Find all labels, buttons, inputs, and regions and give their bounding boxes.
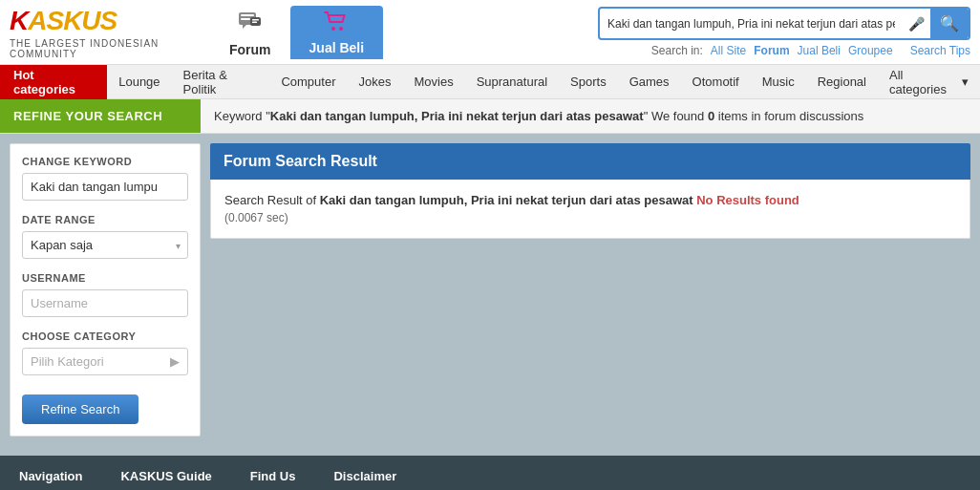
footer-disclaimer-title: Disclaimer <box>333 469 396 483</box>
cat-computer[interactable]: Computer <box>269 65 347 99</box>
cat-berita[interactable]: Berita & Politik <box>172 65 270 99</box>
refine-found-text: We found <box>651 109 704 123</box>
sidebar-username-section: USERNAME <box>22 272 188 317</box>
forum-tab-label: Forum <box>229 42 271 57</box>
sidebar-keyword-section: CHANGE KEYWORD <box>22 156 188 201</box>
footer-findus: Find Us <box>250 469 296 489</box>
refine-count: 0 <box>708 109 714 123</box>
refine-label: REFINE YOUR SEARCH <box>0 99 201 133</box>
jualbeli-icon <box>323 10 350 38</box>
search-button[interactable]: 🔍 <box>930 9 969 38</box>
cat-supranatural[interactable]: Supranatural <box>465 65 559 99</box>
refine-keyword: Kaki dan tangan lumpuh, Pria ini nekat t… <box>270 109 644 123</box>
sidebar: CHANGE KEYWORD DATE RANGE Kapan saja Har… <box>10 143 201 437</box>
sidebar-username-title: USERNAME <box>22 272 188 284</box>
svg-rect-2 <box>241 18 250 20</box>
search-input[interactable] <box>600 11 903 36</box>
svg-marker-3 <box>243 25 246 29</box>
svg-rect-5 <box>252 19 259 21</box>
cat-regional[interactable]: Regional <box>806 65 878 99</box>
forum-icon <box>237 8 264 40</box>
jualbeli-tab-label: Jual Beli <box>309 40 365 55</box>
search-groupee[interactable]: Groupee <box>848 44 893 57</box>
svg-point-7 <box>331 27 335 31</box>
search-area: 🎤 🔍 Search in: All Site Forum Jual Beli … <box>598 7 970 57</box>
cat-music[interactable]: Music <box>751 65 806 99</box>
result-prefix: Search Result of <box>224 193 316 207</box>
results-header: Forum Search Result <box>210 143 970 180</box>
daterange-select[interactable]: Kapan saja Hari ini Minggu ini Bulan ini <box>22 231 188 259</box>
search-tips-link[interactable]: Search Tips <box>910 44 970 57</box>
footer: Navigation KASKUS Guide Find Us Disclaim… <box>0 456 980 490</box>
refine-text: Keyword "Kaki dan tangan lumpuh, Pria in… <box>201 99 980 133</box>
search-allsite[interactable]: All Site <box>711 44 746 57</box>
category-picker-btn[interactable]: Pilih Kategori ▶ <box>22 348 188 375</box>
footer-navigation: Navigation <box>19 469 82 489</box>
search-bar: 🎤 🔍 <box>598 7 970 40</box>
result-text: Search Result of Kaki dan tangan lumpuh,… <box>224 193 956 207</box>
nav-tabs: Forum Jual Beli <box>210 4 383 61</box>
no-results-text: No Results found <box>696 193 799 207</box>
hot-categories-btn[interactable]: Hot categories <box>0 65 107 99</box>
cat-movies[interactable]: Movies <box>402 65 464 99</box>
sidebar-category-section: CHOOSE CATEGORY Pilih Kategori ▶ <box>22 330 188 375</box>
footer-guide: KASKUS Guide <box>120 469 211 489</box>
daterange-select-wrapper: Kapan saja Hari ini Minggu ini Bulan ini… <box>22 231 188 259</box>
forum-tab[interactable]: Forum <box>210 4 290 61</box>
jualbeli-tab[interactable]: Jual Beli <box>290 6 384 59</box>
search-jualbeli[interactable]: Jual Beli <box>798 44 841 57</box>
chevron-down-icon: ▾ <box>962 75 969 89</box>
cat-otomotif[interactable]: Otomotif <box>681 65 751 99</box>
footer-navigation-title: Navigation <box>19 469 82 483</box>
category-bar: Hot categories Lounge Berita & Politik C… <box>0 65 980 99</box>
refine-keyword-prefix: Keyword " <box>214 109 270 123</box>
category-placeholder: Pilih Kategori <box>31 354 104 369</box>
result-time: (0.0067 sec) <box>224 211 956 224</box>
sidebar-keyword-title: CHANGE KEYWORD <box>22 156 188 167</box>
keyword-input[interactable] <box>22 173 188 201</box>
svg-rect-6 <box>252 21 257 23</box>
cat-games[interactable]: Games <box>618 65 681 99</box>
results-body: Search Result of Kaki dan tangan lumpuh,… <box>210 180 970 239</box>
refine-banner: REFINE YOUR SEARCH Keyword "Kaki dan tan… <box>0 99 980 134</box>
search-forum[interactable]: Forum <box>754 44 789 57</box>
logo-area: KASKUS THE LARGEST INDONESIAN COMMUNITY <box>10 6 201 59</box>
refine-search-button[interactable]: Refine Search <box>22 394 138 424</box>
footer-disclaimer: Disclaimer <box>333 469 396 489</box>
logo-subtitle: THE LARGEST INDONESIAN COMMUNITY <box>10 38 201 59</box>
logo[interactable]: KASKUS <box>10 6 201 36</box>
refine-items-text: items in forum discussions <box>718 109 863 123</box>
cat-lounge[interactable]: Lounge <box>107 65 171 99</box>
header: KASKUS THE LARGEST INDONESIAN COMMUNITY … <box>0 0 980 65</box>
search-in-label: Search in: <box>651 44 703 57</box>
category-arrow-icon: ▶ <box>170 354 180 369</box>
search-options: Search in: All Site Forum Jual Beli Grou… <box>651 44 970 57</box>
search-mic-icon[interactable]: 🎤 <box>903 12 930 35</box>
svg-rect-1 <box>241 14 254 16</box>
results-area: Forum Search Result Search Result of Kak… <box>210 143 970 437</box>
footer-findus-title: Find Us <box>250 469 296 483</box>
sidebar-daterange-title: DATE RANGE <box>22 214 188 225</box>
result-keyword: Kaki dan tangan lumpuh, Pria ini nekat t… <box>320 193 693 207</box>
refine-keyword-suffix: " <box>644 109 649 123</box>
footer-guide-title: KASKUS Guide <box>120 469 211 483</box>
main-content: CHANGE KEYWORD DATE RANGE Kapan saja Har… <box>0 134 980 446</box>
svg-point-8 <box>339 27 343 31</box>
cat-jokes[interactable]: Jokes <box>348 65 403 99</box>
sidebar-category-title: CHOOSE CATEGORY <box>22 330 188 342</box>
username-input[interactable] <box>22 289 188 317</box>
cat-sports[interactable]: Sports <box>559 65 618 99</box>
sidebar-daterange-section: DATE RANGE Kapan saja Hari ini Minggu in… <box>22 214 188 259</box>
all-categories-btn[interactable]: All categories ▾ <box>878 65 980 99</box>
